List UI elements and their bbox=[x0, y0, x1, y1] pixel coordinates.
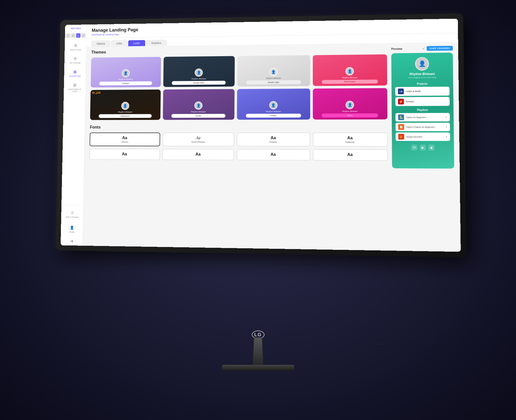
preview-profile: 👤 Rhythm Bhiwani Hi i'm rhythm & i'm a b… bbox=[395, 57, 449, 79]
fonts-section-title: Fonts bbox=[90, 125, 387, 129]
sidebar-item-profile[interactable]: 👤 Profile bbox=[62, 223, 82, 235]
sidebar-item-subscription-label: Subscription & Limits bbox=[66, 88, 83, 93]
sidebar-item-api-label: API Settings bbox=[70, 62, 81, 64]
theme-avatar-simple-light: 👤 bbox=[269, 68, 277, 76]
theme-card-default[interactable]: 👤 Rhythm Bhiwani Default bbox=[91, 57, 161, 88]
preview-playlist-python-beginners[interactable]: 🐍 Python for Beginners ▾ bbox=[395, 113, 450, 121]
theme-label-funky: Funky bbox=[246, 114, 301, 118]
theme-label-exotic: Exotic bbox=[171, 114, 226, 118]
sidebar-avatar-group: L N Q is bbox=[66, 33, 85, 38]
chevron-down-icon: ▾ bbox=[446, 116, 447, 118]
font-display-raleway: Aa bbox=[316, 136, 385, 140]
tab-options[interactable]: Options bbox=[91, 40, 110, 47]
theme-card-simple-dark[interactable]: 👤 Rhythm Bhiwani Simple Dark bbox=[163, 56, 235, 87]
font-name-ubuntu: Ubuntu bbox=[93, 141, 157, 143]
sidebar-item-admin[interactable]: ⊞ Admin Panel bbox=[66, 40, 85, 53]
sidebar-item-profile-label: Profile bbox=[69, 231, 75, 233]
fonts-grid: Aa Ubuntu Aa Send Flowers Aa Roboto bbox=[89, 133, 388, 161]
preview-project-learn-build-name: Learn & Build bbox=[406, 90, 420, 93]
sidebar-avatar-n: N bbox=[71, 33, 75, 38]
preview-project-envisor-name: Envisor bbox=[406, 100, 414, 103]
font-display-5: Aa bbox=[92, 152, 157, 156]
fonts-section: Fonts Aa Ubuntu Aa Send Flowers bbox=[89, 125, 388, 161]
theme-label-default: Default bbox=[99, 81, 152, 85]
api-settings-icon: ⚙ bbox=[73, 56, 78, 61]
theme-name-disco: Rhythm Bhiwani bbox=[342, 110, 358, 112]
themes-section-title: Themes bbox=[91, 47, 387, 55]
font-display-ubuntu: Aa bbox=[93, 136, 157, 140]
font-card-7[interactable]: Aa bbox=[237, 149, 310, 161]
main-content: Manage Landing Page Dashboard ▶ Landing … bbox=[83, 19, 461, 252]
theme-avatar-disco: 👤 bbox=[346, 101, 354, 109]
theme-label-simple-dark: Simple Dark bbox=[172, 81, 226, 85]
themes-grid: 👤 Rhythm Bhiwani Default 👤 Rhythm Bhiwan… bbox=[90, 54, 387, 120]
preview-project-learn-build: L∙B Learn & Build bbox=[395, 87, 449, 96]
landing-page-icon: ▦ bbox=[72, 69, 78, 74]
theme-name-pink-perfect: Rhythm Bhiwani bbox=[342, 76, 358, 79]
halloween-decoration: 🎃🌙🎃 bbox=[92, 91, 101, 94]
collapse-sidebar-button[interactable]: ◀ bbox=[70, 239, 73, 243]
theme-card-halloween[interactable]: 🎃🌙🎃 👤 Rhythm Bhiwani Halloween bbox=[90, 89, 161, 120]
theme-avatar-pink-perfect: 👤 bbox=[346, 67, 354, 75]
font-card-raleway[interactable]: Aa Raleway bbox=[313, 133, 387, 147]
preview-panel: Preview ⤢ SAVE CHANGES 👤 Rhythm Bhiwani … bbox=[391, 46, 455, 248]
sidebar-item-landing[interactable]: ▦ Landing Page bbox=[65, 67, 85, 79]
tab-looks[interactable]: Looks bbox=[128, 40, 145, 46]
font-card-6[interactable]: Aa bbox=[162, 149, 234, 160]
sidebar-item-api[interactable]: ⚙ API Settings bbox=[66, 54, 85, 66]
theme-card-simple-light[interactable]: 👤 Rhythm Bhiwani Simple Light bbox=[237, 55, 310, 86]
font-card-ubuntu[interactable]: Aa Ubuntu bbox=[90, 133, 160, 146]
theme-avatar-default: 👤 bbox=[122, 69, 130, 77]
theme-avatar-funky: 👤 bbox=[269, 101, 277, 109]
instagram-social-icon[interactable]: ◉ bbox=[428, 145, 434, 151]
save-changes-button[interactable]: SAVE CHANGES bbox=[427, 46, 453, 51]
sidebar-item-subscription[interactable]: ▨ Subscription & Limits bbox=[65, 80, 84, 95]
font-name-5 bbox=[92, 157, 157, 157]
theme-card-funky[interactable]: 👤 Rhythm Bhiwani Funky bbox=[237, 89, 310, 120]
profile-icon: 👤 bbox=[69, 225, 75, 230]
content-area: Themes 👤 Rhythm Bhiwani Default 👤 bbox=[83, 42, 461, 252]
sidebar-item-landing-label: Landing Page bbox=[69, 75, 81, 77]
font-card-5[interactable]: Aa bbox=[89, 149, 160, 160]
breadcrumb-home: Dashboard bbox=[92, 34, 102, 36]
external-link-icon[interactable]: ⤢ bbox=[422, 47, 424, 50]
monitor-brand: LG bbox=[252, 332, 264, 337]
youtube-social-icon[interactable]: ▶ bbox=[420, 145, 426, 151]
preview-playlists-title: Playlists bbox=[395, 109, 450, 112]
sidebar-bottom: ⊙ Help & Support 👤 Profile ◀ bbox=[62, 204, 82, 243]
font-display-send-flowers: Aa bbox=[165, 136, 231, 140]
preview-actions: ⤢ SAVE CHANGES bbox=[422, 46, 453, 51]
learn-build-icon: L∙B bbox=[398, 88, 404, 94]
theme-label-disco: Disco bbox=[322, 113, 378, 118]
python-projects-thumb: 📋 bbox=[398, 124, 404, 130]
theme-label-halloween: Halloween bbox=[99, 114, 152, 118]
tab-links[interactable]: Links bbox=[111, 40, 127, 46]
font-card-roboto[interactable]: Aa Roboto bbox=[237, 133, 310, 146]
theme-name-simple-light: Rhythm Bhiwani bbox=[266, 77, 281, 79]
simply-decoded-thumb: 🎁 bbox=[398, 134, 404, 139]
email-social-icon[interactable]: ✉ bbox=[411, 145, 417, 151]
preview-playlist-simply-decoded[interactable]: 🎁 Simply Decoded ▾ bbox=[395, 133, 450, 141]
preview-playlist-python-projects-name: Python Projects for Beginners bbox=[406, 126, 444, 128]
sidebar-avatar-is: is bbox=[81, 33, 85, 38]
preview-playlist-python-beginners-name: Python for Beginners bbox=[406, 116, 443, 119]
theme-card-disco[interactable]: 👤 Rhythm Bhiwani Disco bbox=[313, 88, 387, 120]
font-display-8: Aa bbox=[316, 152, 385, 157]
font-card-send-flowers[interactable]: Aa Send Flowers bbox=[162, 133, 234, 146]
sidebar-avatar-l: L bbox=[66, 34, 70, 38]
font-display-6: Aa bbox=[165, 152, 231, 157]
preview-header: Preview ⤢ SAVE CHANGES bbox=[391, 46, 453, 51]
tab-analytics[interactable]: Analytics bbox=[146, 40, 166, 46]
envisor-icon: ⚡ bbox=[398, 99, 404, 104]
preview-playlist-simply-decoded-name: Simply Decoded bbox=[406, 136, 444, 138]
font-name-8 bbox=[316, 158, 385, 158]
sidebar-avatar-q: Q bbox=[76, 33, 81, 38]
font-card-8[interactable]: Aa bbox=[313, 149, 388, 161]
theme-card-exotic[interactable]: 👤 Rhythm Bhiwani Exotic bbox=[163, 89, 234, 120]
sidebar-item-help[interactable]: ⊙ Help & Support bbox=[62, 208, 82, 220]
sidebar: INF∞NIA L N Q is ⊞ Admin Panel ⚙ API Set… bbox=[61, 24, 87, 246]
preview-playlist-python-projects[interactable]: 📋 Python Projects for Beginners ▾ bbox=[395, 123, 450, 131]
theme-card-pink-perfect[interactable]: 👤 Rhythm Bhiwani Pink Perfect bbox=[313, 54, 387, 86]
theme-name-funky: Rhythm Bhiwani bbox=[266, 110, 281, 113]
preview-card: 👤 Rhythm Bhiwani Hi i'm rhythm & i'm a b… bbox=[391, 53, 454, 169]
